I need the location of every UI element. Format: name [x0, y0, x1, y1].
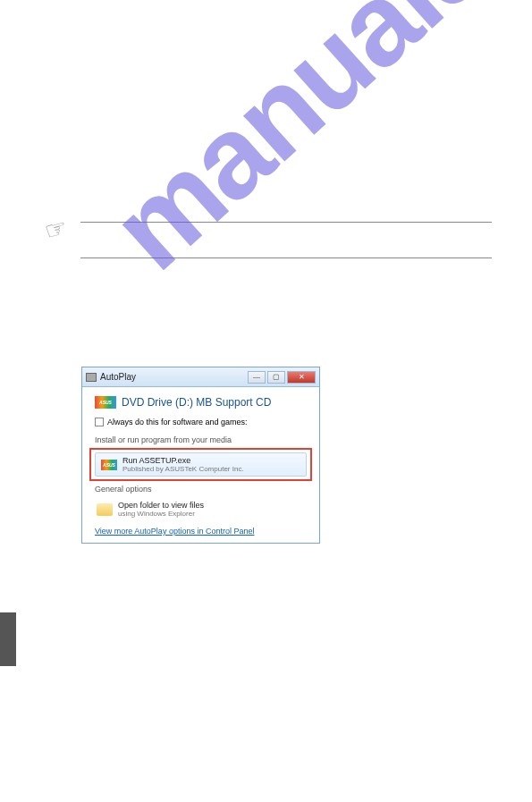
- highlight-frame: ASUS Run ASSETUP.exe Published by ASUSTe…: [89, 448, 312, 481]
- run-publisher: Published by ASUSTeK Computer Inc.: [122, 465, 244, 473]
- window-icon: [86, 373, 97, 382]
- close-button[interactable]: ✕: [287, 371, 316, 384]
- minimize-button[interactable]: —: [248, 371, 266, 384]
- folder-icon: [97, 503, 113, 516]
- folder-sub: using Windows Explorer: [118, 510, 204, 518]
- run-assetup-option[interactable]: ASUS Run ASSETUP.exe Published by ASUSTe…: [95, 452, 307, 477]
- open-folder-option[interactable]: Open folder to view files using Windows …: [95, 497, 307, 523]
- general-section-label: General options: [95, 485, 307, 494]
- divider: [80, 222, 492, 223]
- install-section-label: Install or run program from your media: [95, 435, 307, 444]
- asus-logo-icon: ASUS: [95, 396, 116, 409]
- always-checkbox-row[interactable]: Always do this for software and games:: [95, 418, 307, 426]
- page-tab-stub: [0, 612, 16, 666]
- drive-title: DVD Drive (D:) MB Support CD: [122, 396, 271, 409]
- divider: [80, 257, 492, 258]
- pointing-hand-icon: ☞: [41, 212, 71, 246]
- titlebar[interactable]: AutoPlay — ▢ ✕: [82, 367, 319, 387]
- window-title: AutoPlay: [100, 372, 248, 382]
- checkbox-icon[interactable]: [95, 418, 104, 426]
- always-label: Always do this for software and games:: [107, 418, 248, 426]
- watermark-text: manualshive.com: [86, 0, 520, 196]
- asus-logo-icon: ASUS: [101, 460, 117, 470]
- autoplay-dialog: AutoPlay — ▢ ✕ ASUS DVD Drive (D:) MB Su…: [81, 367, 320, 544]
- more-options-link[interactable]: View more AutoPlay options in Control Pa…: [95, 527, 254, 536]
- run-title: Run ASSETUP.exe: [122, 456, 244, 465]
- maximize-button[interactable]: ▢: [267, 371, 285, 384]
- folder-title: Open folder to view files: [118, 501, 204, 510]
